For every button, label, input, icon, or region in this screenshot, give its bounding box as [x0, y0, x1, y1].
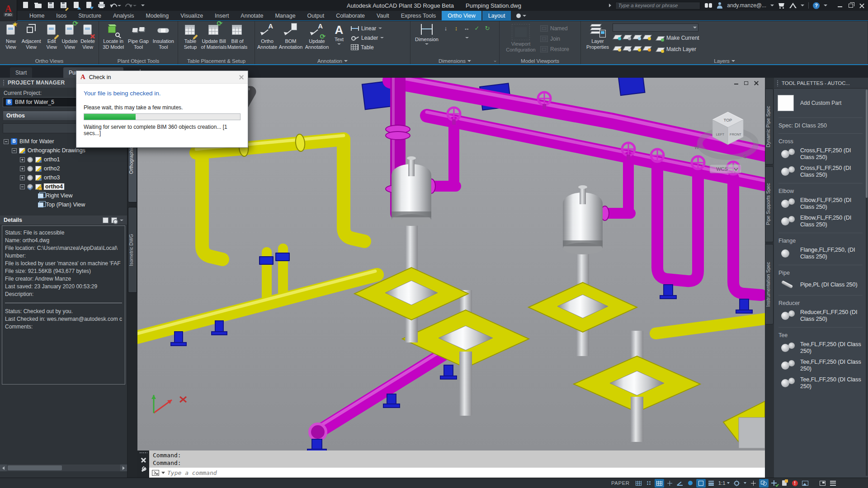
leader-button[interactable]: Leader [351, 33, 384, 42]
viewport-shapes-icon[interactable] [759, 479, 769, 488]
infer-constraints-icon[interactable] [655, 479, 664, 488]
qat-dropdown-icon[interactable] [141, 5, 145, 6]
palette-item-reducer-1[interactable]: Reducer,FL,FF,250 (DI Class 250) [781, 309, 863, 323]
tab-insert[interactable]: Insert [209, 11, 235, 20]
scrollbar-thumb[interactable] [866, 89, 868, 198]
tool-palettes-scrollbar[interactable] [866, 89, 868, 476]
dim-update-icon[interactable]: ↻ [483, 24, 492, 33]
tree-node-ortho2[interactable]: ortho2 [0, 164, 127, 173]
insulation-tool-button[interactable]: Insulation Tool [151, 22, 176, 50]
tool-palettes-header[interactable]: TOOL PALETTES - AUTOC... [774, 78, 868, 89]
import-icon[interactable] [85, 2, 93, 9]
make-current-button[interactable]: Make Current [656, 33, 699, 42]
tree-node-top-plan-view[interactable]: Top (Plan) View [0, 200, 127, 209]
autodesk-menu-caret-icon[interactable] [801, 5, 804, 6]
isodraft-icon[interactable] [686, 479, 695, 488]
recent-commands-caret-icon[interactable] [161, 472, 165, 474]
drawing-doc-icon[interactable] [780, 479, 789, 488]
app-store-cart-icon[interactable] [778, 3, 785, 9]
workspace-caret-icon[interactable] [744, 482, 746, 484]
dialog-close-icon[interactable] [239, 75, 244, 80]
palette-item-tee-2[interactable]: Tee,FL,FF,250 (DI Class 250) [781, 359, 863, 372]
expand-icon[interactable] [20, 166, 25, 171]
space-toggle-label[interactable]: PAPER [611, 480, 630, 486]
viewport-close-icon[interactable] [754, 81, 759, 85]
tab-isometric-dwg[interactable]: Isometric DWG [128, 207, 137, 293]
object-snap-icon[interactable] [696, 479, 706, 488]
scroll-left-icon[interactable] [0, 465, 7, 471]
close-window-icon[interactable] [859, 3, 864, 8]
command-grip-icon[interactable] [139, 452, 147, 454]
bom-annotation-button[interactable]: BOM Annotation [278, 22, 304, 50]
radio-icon[interactable] [27, 175, 33, 181]
tab-start[interactable]: Start [10, 67, 32, 78]
tab-annotate[interactable]: Annotate [235, 11, 269, 20]
command-history[interactable]: Command: Command: [149, 450, 765, 468]
tab-dynamic-pipe-spec[interactable]: Dynamic Pipe Spec [765, 89, 774, 164]
panel-title-annotation[interactable]: Annotation [255, 58, 410, 64]
palette-item-pipe-1[interactable]: Pipe,PL (DI Class 250) [781, 279, 863, 291]
tab-manage[interactable]: Manage [269, 11, 301, 20]
join-viewports-button[interactable]: Join [540, 34, 569, 43]
restore-window-icon[interactable] [849, 4, 853, 8]
table-button[interactable]: Table [351, 43, 384, 52]
tab-analysis[interactable]: Analysis [107, 11, 140, 20]
named-viewports-button[interactable]: Named [540, 24, 569, 33]
help-search-input[interactable] [615, 2, 700, 9]
tab-instrumentation-spec[interactable]: Instrumentation Spec [765, 244, 774, 324]
update-bom-button[interactable]: ⟳ Update Bill of Materials [201, 22, 227, 50]
palette-item-elbow-2[interactable]: Elbow,FL,FF,250 (DI Class 250) [781, 215, 863, 228]
tab-collaborate[interactable]: Collaborate [330, 11, 371, 20]
dialog-title-bar[interactable]: A Check in [76, 71, 248, 84]
user-menu-caret-icon[interactable] [770, 5, 774, 6]
dimension-button[interactable]: Dimension [412, 22, 441, 45]
dim-baseline-icon[interactable]: ↓ [441, 24, 450, 33]
palette-item-flange-1[interactable]: Flange,FL,FF,250, (DI Class 250) [781, 247, 863, 260]
layer-dropdown[interactable] [613, 23, 698, 32]
annotation-monitor-icon[interactable]: ! [790, 479, 800, 488]
ribbon-display-toggle[interactable] [516, 11, 526, 20]
save-icon[interactable] [47, 2, 55, 9]
panel-expander-icon[interactable]: ⌄ [493, 57, 497, 63]
customize-menu-icon[interactable] [828, 479, 838, 488]
collapse-icon[interactable] [20, 184, 25, 189]
tab-ortho-view[interactable]: Ortho View [442, 11, 481, 20]
pipe-gap-tool-button[interactable]: Pipe Gap Tool [126, 22, 151, 50]
isolate-objects-icon[interactable] [769, 479, 779, 488]
delete-view-button[interactable]: Delete View [79, 22, 97, 50]
app-logo[interactable]: A P3D [0, 0, 17, 21]
new-view-button[interactable]: ★ New View [2, 22, 20, 50]
layer-unlock-icon[interactable] [642, 45, 651, 52]
tab-modeling[interactable]: Modeling [140, 11, 175, 20]
save-as-icon[interactable] [60, 2, 68, 9]
minimize-window-icon[interactable] [838, 6, 842, 7]
tree-node-ortho3[interactable]: ortho3 [0, 173, 127, 182]
tab-express-tools[interactable]: Express Tools [395, 11, 442, 20]
redo-button[interactable] [126, 3, 137, 8]
tab-output[interactable]: Output [302, 11, 330, 20]
details-header[interactable]: Details [0, 216, 127, 225]
text-button[interactable]: A Text [330, 22, 348, 45]
command-close-icon[interactable] [141, 458, 146, 463]
dim-vertical-icon[interactable]: ↕ [452, 24, 461, 33]
panel-title-layers[interactable]: Layers [581, 58, 868, 64]
palette-item-tee-1[interactable]: Tee,FL,FF,250 (DI Class 250) [781, 341, 863, 355]
palette-grip-icon[interactable] [777, 80, 779, 86]
layer-lock-icon[interactable] [642, 33, 651, 40]
palette-grip-icon[interactable] [3, 80, 5, 86]
autodesk-triangle-icon[interactable] [789, 3, 797, 8]
collapse-icon[interactable] [4, 139, 9, 144]
tab-structure[interactable]: Structure [72, 11, 107, 20]
project-manager-hscrollbar[interactable] [0, 465, 127, 471]
command-customize-wrench-icon[interactable] [141, 466, 146, 472]
layer-freeze-icon[interactable] [632, 33, 641, 40]
image-frame-icon[interactable] [801, 479, 810, 488]
palette-item-cross-1[interactable]: Cross,FL,FF,250 (DI Class 250) [781, 147, 863, 161]
dim-continue-icon[interactable]: ↔ [462, 24, 471, 33]
scrollbar-thumb[interactable] [8, 465, 62, 470]
layer-unisolate-icon[interactable] [623, 45, 631, 52]
update-view-button[interactable]: ⟳ Update View [61, 22, 79, 50]
panel-title-dimensions[interactable]: Dimensions⌄ [410, 58, 499, 64]
table-setup-button[interactable]: Table Setup [180, 22, 201, 50]
plot-icon[interactable] [98, 2, 106, 9]
